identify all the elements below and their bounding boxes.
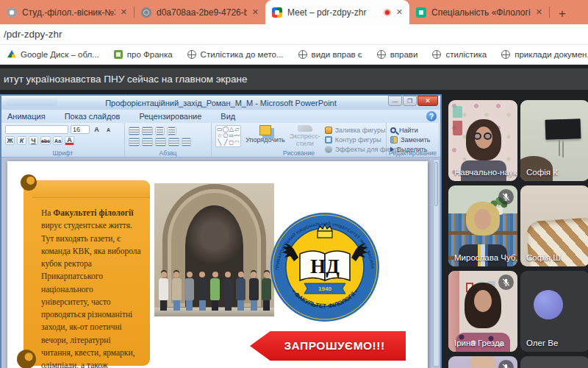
faculty-logo-svg: ПРИКАРПАТСЬКИЙ НАЦІОНАЛЬНИЙ УНІВЕРСИТЕТ …	[269, 211, 381, 323]
person-figure	[184, 278, 194, 300]
tab-pdf[interactable]: Студ.-філол.-вісник-№3.20.pdf ✕	[0, 0, 134, 24]
participant-name: Софія К	[526, 168, 558, 177]
italic-button[interactable]: К	[17, 136, 26, 145]
person-figure	[210, 278, 220, 300]
person-figure	[159, 278, 168, 300]
person-figure	[172, 278, 182, 300]
shrink-font-button[interactable]: А	[104, 125, 113, 134]
ribbon-tab-review[interactable]: Рецензирование	[139, 112, 201, 121]
close-icon[interactable]: ✕	[252, 7, 259, 17]
tab-filologia[interactable]: Спеціальність «Філологія» | По ✕	[409, 0, 549, 24]
participant-head	[470, 356, 495, 368]
scrollbar-thumb[interactable]	[434, 162, 438, 206]
bookmark-label: Google Диск – обл...	[21, 50, 99, 59]
window-controls: — ❐ ✕	[388, 96, 438, 106]
bookmark-pro-franka[interactable]: про Франка	[114, 50, 173, 59]
bookmark-stylistyka-meto[interactable]: Стилістика до мето...	[187, 50, 284, 59]
shapes-gallery[interactable]: ▭◯△▱ ☆⬠⇨〰 ╲╱◻◠	[215, 125, 241, 147]
font-size-combo[interactable]: 16	[71, 125, 90, 134]
wall-pictures	[453, 106, 462, 135]
replace-icon	[390, 136, 398, 144]
bookmark-vpravy[interactable]: вправи	[377, 50, 418, 59]
find-button[interactable]: Найти	[390, 125, 435, 135]
shape-fill-icon	[325, 127, 332, 134]
bookmark-label: стилістика	[445, 50, 487, 59]
participant-tile-navchalno[interactable]: Навчально-наук...	[448, 100, 517, 181]
slide-canvas[interactable]: На Факультеті філології вирує студентськ…	[7, 161, 428, 368]
group-label-font[interactable]: Шрифт	[1, 149, 124, 157]
mic-off-icon	[498, 189, 514, 205]
powerpoint-titlebar: Профорієнтаційний_захід_Роман_М_М - Micr…	[1, 96, 440, 110]
participant-tile-myroslava[interactable]: Мирослава Чуб...	[448, 185, 517, 266]
tv-cables	[559, 140, 560, 156]
participant-tile-oleh[interactable]: Олег Ве	[520, 271, 588, 352]
svg-text:НД: НД	[310, 255, 340, 277]
slide-scrollbar[interactable]	[433, 159, 440, 367]
ribbon-tab-animation[interactable]: Анимация	[7, 112, 46, 121]
columns-icon[interactable]	[182, 138, 190, 146]
participant-name: Ірина Грезда	[454, 339, 504, 347]
orange-scroll-shape[interactable]: На Факультеті філології вирує студентськ…	[24, 180, 150, 366]
participant-tile-sofia-sh[interactable]: Софія Ш	[520, 185, 588, 266]
green-site-icon	[114, 50, 123, 59]
globe-icon	[501, 50, 510, 59]
bookmark-vydy-vprav[interactable]: види вправ є	[298, 50, 362, 59]
participant-tile-partial[interactable]	[448, 356, 517, 368]
close-window-button[interactable]: ✕	[417, 96, 438, 106]
participant-name: Навчально-наук...	[454, 168, 517, 177]
close-icon[interactable]: ✕	[536, 7, 542, 17]
group-label-drawing[interactable]: Рисование	[212, 149, 386, 157]
participant-tile-partial[interactable]	[520, 356, 588, 368]
restore-button[interactable]: ❐	[403, 96, 417, 106]
globe-icon	[377, 50, 386, 59]
bookmarks-bar: Google Диск – обл... про Франка Стилісти…	[0, 45, 588, 65]
scroll-curl-top	[21, 174, 37, 191]
indent-icon[interactable]	[157, 127, 163, 135]
quick-styles-button[interactable]: Экспресс-стили	[290, 125, 320, 148]
tab-meet-active[interactable]: Meet – pdr-zdpy-zhr ✕	[265, 0, 409, 24]
group-label-paragraph[interactable]: Абзац	[125, 149, 211, 157]
participant-tile-iryna[interactable]: Ірина Грезда	[448, 271, 517, 352]
find-icon	[390, 127, 396, 133]
help-icon[interactable]: ?	[426, 111, 437, 121]
ribbon-tab-view[interactable]: Вид	[220, 112, 235, 121]
bold-button[interactable]: Ж	[5, 136, 15, 145]
strikethrough-button[interactable]: abc	[40, 136, 51, 145]
arrange-button[interactable]: Упорядочить	[245, 125, 285, 148]
minimize-button[interactable]: —	[388, 96, 402, 106]
bookmark-stylistyka[interactable]: стилістика	[432, 50, 487, 59]
justify-icon[interactable]	[169, 138, 179, 146]
replace-button[interactable]: Заменить	[390, 135, 435, 144]
faculty-logo[interactable]: ПРИКАРПАТСЬКИЙ НАЦІОНАЛЬНИЙ УНІВЕРСИТЕТ …	[269, 211, 381, 323]
replace-label: Заменить	[401, 136, 430, 144]
align-center-icon[interactable]	[143, 138, 152, 146]
tab-document[interactable]: d0a708aa-2be9-4726-b523-d21 ✕	[135, 0, 265, 24]
participant-name: Олег Ве	[526, 339, 558, 347]
meet-main-area: итут українознавства ПНУ сейчас на главн…	[0, 65, 588, 368]
close-icon[interactable]: ✕	[121, 7, 127, 17]
close-icon[interactable]: ✕	[396, 7, 403, 17]
align-left-icon[interactable]	[129, 138, 139, 146]
group-label-editing[interactable]: Редактирование	[387, 149, 439, 157]
address-bar[interactable]: /pdr-zdpy-zhr	[0, 24, 588, 45]
bookmark-pryklady[interactable]: приклади докумен...	[501, 50, 588, 59]
meet-icon	[272, 7, 282, 18]
bookmark-label: приклади докумен...	[514, 50, 588, 59]
underline-button[interactable]: Ч	[29, 136, 38, 145]
change-case-button[interactable]: Аа	[53, 136, 62, 145]
grow-font-button[interactable]: А	[92, 125, 101, 134]
slide-editing-area: На Факультеті філології вирує студентськ…	[1, 158, 440, 368]
ribbon-tab-slideshow[interactable]: Показ слайдов	[65, 112, 121, 121]
bullets-icon[interactable]	[129, 127, 139, 135]
outdent-icon[interactable]	[168, 127, 175, 135]
students-photo[interactable]	[154, 183, 274, 316]
invite-banner[interactable]: ЗАПРОШУЄМО!!!	[250, 331, 406, 361]
bookmark-google-drive[interactable]: Google Диск – обл...	[7, 50, 99, 59]
participant-tile-sofia-k[interactable]: Софія К	[520, 100, 588, 181]
new-tab-button[interactable]: +	[559, 7, 566, 20]
align-right-icon[interactable]	[156, 138, 165, 146]
numbering-icon[interactable]	[143, 127, 152, 135]
font-color-button[interactable]: А	[65, 136, 74, 145]
url-text: /pdr-zdpy-zhr	[4, 29, 62, 40]
font-name-combo[interactable]	[5, 125, 68, 134]
